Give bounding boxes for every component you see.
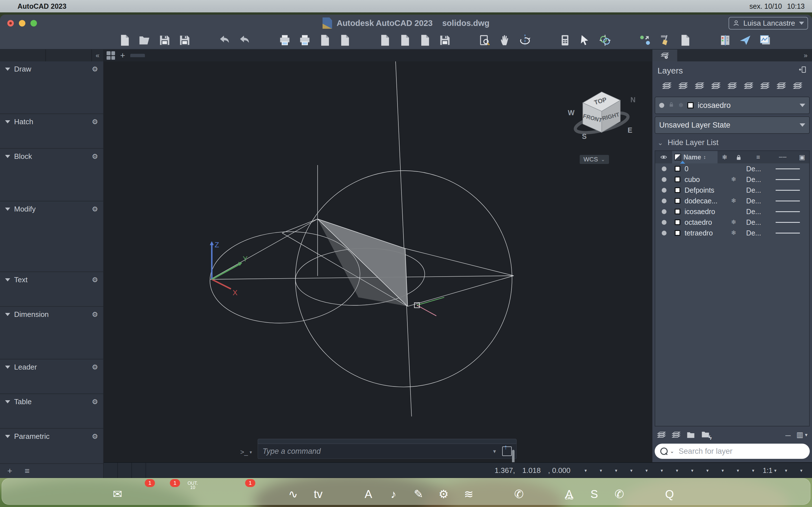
layer-row[interactable]: icosaedro ❄ De...: [655, 206, 809, 217]
palette-menu-button[interactable]: ≡: [25, 466, 30, 476]
palette-section-header[interactable]: Dimension ⚙: [0, 307, 103, 321]
model-viewport[interactable]: Z X Y: [104, 61, 652, 462]
layer-row[interactable]: cubo ❄ De...: [655, 174, 809, 185]
gear-icon[interactable]: ⚙: [92, 398, 98, 406]
viewport-layout-icon[interactable]: [107, 51, 115, 60]
layer-filter-folder-icon[interactable]: [701, 430, 710, 440]
gear-icon[interactable]: ⚙: [92, 118, 98, 126]
layer-name[interactable]: dodecae...: [682, 197, 726, 205]
command-paste-icon[interactable]: [502, 446, 512, 456]
layer-linetype-preview[interactable]: [776, 168, 800, 169]
palette-collapse-button[interactable]: «: [92, 50, 103, 61]
palette-section-header[interactable]: Table ⚙: [0, 394, 103, 408]
layer-lineweight[interactable]: De...: [741, 165, 766, 173]
layer-name[interactable]: cubo: [682, 175, 726, 184]
layer-on-icon[interactable]: [655, 199, 673, 203]
command-history[interactable]: [258, 439, 516, 444]
layer-linetype-preview[interactable]: [776, 179, 800, 180]
layer-row[interactable]: dodecae... ❄ De...: [655, 195, 809, 206]
user-account-button[interactable]: Luisa Lancastre: [728, 17, 808, 30]
viewcube-east[interactable]: E: [627, 126, 632, 134]
layer-name[interactable]: tetraedro: [682, 229, 726, 237]
gear-icon[interactable]: ⚙: [92, 311, 98, 319]
gear-icon[interactable]: ⚙: [92, 276, 98, 284]
layer-search-bar[interactable]: ⌄: [655, 444, 810, 459]
layer-lineweight[interactable]: De...: [741, 186, 766, 194]
layers-panel-tab[interactable]: [652, 50, 677, 61]
layer-on-icon[interactable]: [655, 188, 673, 193]
linetype-column-header[interactable]: ┄┄: [770, 154, 795, 161]
palette-section-header[interactable]: Draw ⚙: [0, 61, 103, 75]
drawing-canvas[interactable]: Z X Y: [104, 61, 652, 462]
layer-lineweight[interactable]: De...: [741, 208, 766, 216]
layer-linetype-preview[interactable]: [776, 190, 800, 191]
snowflake-icon[interactable]: ❄: [726, 219, 741, 226]
freeze-column-header[interactable]: ❄: [718, 154, 732, 161]
layer-search-input[interactable]: [678, 447, 804, 456]
palette-section-header[interactable]: Leader ⚙: [0, 359, 103, 373]
layer-lineweight[interactable]: De...: [741, 197, 766, 205]
wcs-dropdown[interactable]: WCS: [580, 155, 609, 164]
gear-icon[interactable]: ⚙: [92, 152, 98, 161]
command-input[interactable]: Type a command: [262, 447, 493, 456]
lock-column-header[interactable]: [732, 154, 746, 161]
layer-on-icon[interactable]: [655, 231, 673, 235]
window-title-bar[interactable]: Autodesk AutoCAD 2023 solidos.dwg Luisa …: [0, 15, 812, 32]
layer-color-swatch[interactable]: [675, 177, 680, 182]
palette-section-header[interactable]: Hatch ⚙: [0, 114, 103, 128]
hide-layer-list-button[interactable]: Hide Layer List: [652, 135, 812, 151]
name-column-header[interactable]: Name ↕: [672, 151, 718, 163]
viewcube-north[interactable]: N: [630, 96, 636, 104]
minimize-window-button[interactable]: [19, 20, 26, 26]
layer-lineweight[interactable]: De...: [741, 175, 766, 184]
command-scrollbar[interactable]: [512, 450, 515, 462]
layer-on-icon[interactable]: [655, 220, 673, 225]
gear-icon[interactable]: ⚙: [92, 205, 98, 213]
sort-icon[interactable]: ↕: [703, 154, 706, 160]
menu-bar-clock[interactable]: sex. 10/10 10:13: [749, 2, 805, 10]
palette-section-header[interactable]: Modify ⚙: [0, 202, 103, 215]
snowflake-icon[interactable]: ❄: [726, 197, 741, 205]
snowflake-icon[interactable]: ❄: [726, 229, 741, 237]
layer-color-swatch[interactable]: [675, 187, 680, 193]
layer-settings-icon[interactable]: [672, 431, 680, 439]
layer-row[interactable]: tetraedro ❄ De...: [655, 228, 809, 238]
gear-icon[interactable]: ⚙: [92, 432, 98, 441]
lineweight-column-header[interactable]: ≡: [746, 154, 770, 161]
layer-linetype-preview[interactable]: [776, 201, 800, 202]
palette-section-header[interactable]: Parametric ⚙: [0, 429, 103, 443]
layer-color-swatch[interactable]: [675, 198, 680, 204]
layer-name[interactable]: icosaedro: [682, 208, 726, 216]
new-file-tab-button[interactable]: +: [118, 51, 128, 60]
snowflake-icon[interactable]: ❄: [726, 176, 741, 183]
palette-tab[interactable]: [0, 50, 46, 61]
layer-row[interactable]: Defpoints ❄ De...: [655, 185, 809, 195]
layer-lineweight[interactable]: De...: [741, 229, 766, 237]
command-recent-caret[interactable]: ▾: [493, 448, 496, 455]
visibility-column-header[interactable]: [655, 154, 672, 161]
command-prompt-button[interactable]: >_: [240, 448, 252, 456]
close-window-button[interactable]: [7, 20, 14, 26]
current-layer-dropdown[interactable]: ❄ icosaedro: [655, 97, 810, 114]
layer-name[interactable]: octaedro: [682, 218, 726, 226]
layer-state-dropdown[interactable]: Unsaved Layer State: [655, 116, 810, 134]
viewcube-south[interactable]: S: [582, 132, 587, 140]
layer-linetype-preview[interactable]: [776, 211, 800, 212]
file-tab[interactable]: [130, 54, 145, 57]
palette-tab[interactable]: [46, 50, 92, 61]
command-input-row[interactable]: Type a command ▾: [258, 444, 516, 459]
layer-color-swatch[interactable]: [688, 102, 694, 108]
layer-color-swatch[interactable]: [675, 219, 680, 225]
palette-section-header[interactable]: Text ⚙: [0, 272, 103, 286]
remove-layer-button[interactable]: –: [785, 429, 791, 440]
app-menu-title[interactable]: AutoCAD 2023: [17, 2, 66, 10]
layer-color-swatch[interactable]: [675, 230, 680, 236]
panel-expand-button[interactable]: »: [804, 52, 808, 59]
palette-section-header[interactable]: Block ⚙: [0, 149, 103, 163]
layer-row[interactable]: 0 ❄ De...: [655, 163, 809, 174]
viewcube[interactable]: TOP FRONT RIGHT W S E N: [570, 84, 635, 145]
gear-icon[interactable]: ⚙: [92, 363, 98, 371]
panel-popout-button[interactable]: [799, 65, 807, 76]
layer-on-icon[interactable]: [655, 209, 673, 214]
layer-lineweight[interactable]: De...: [741, 218, 766, 226]
